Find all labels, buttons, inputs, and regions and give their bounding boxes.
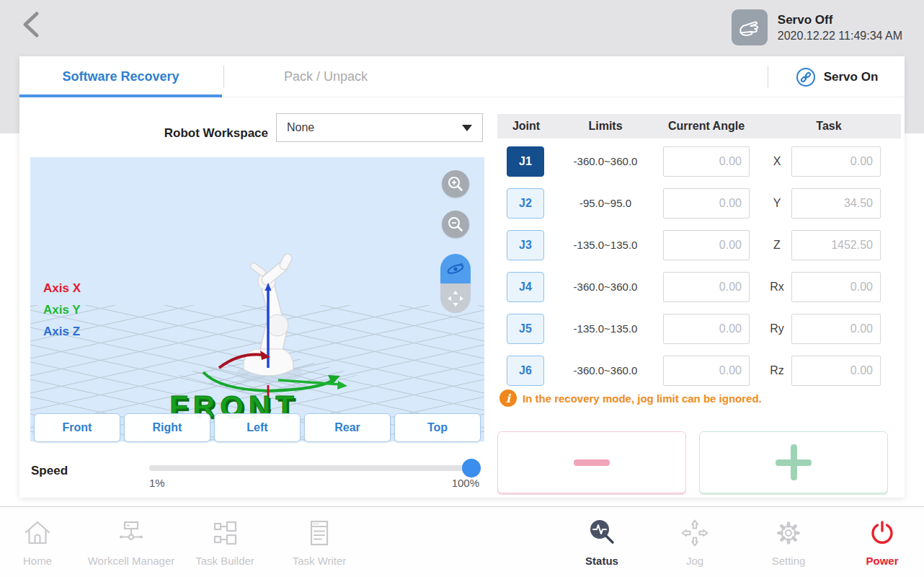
nav-label-workcell-manager: Workcell Manager <box>88 555 175 567</box>
task-writer-icon <box>303 517 335 549</box>
nav-label-task-builder: Task Builder <box>195 555 254 567</box>
robot-workspace-label: Robot Workspace <box>106 119 268 148</box>
axis-y-legend: Axis Y <box>43 303 81 317</box>
recovery-notice: i In the recovery mode, jog limit can be… <box>499 389 762 407</box>
speed-slider-track[interactable] <box>149 465 479 471</box>
j6-current-angle-input[interactable] <box>663 356 750 386</box>
joint-j4-button[interactable]: J4 <box>507 272 544 302</box>
robot-workspace-dropdown[interactable]: None <box>276 113 483 142</box>
minus-icon <box>574 459 610 466</box>
nav-label-home: Home <box>23 555 52 567</box>
task-rx-input[interactable] <box>791 272 881 302</box>
gear-icon <box>773 517 804 549</box>
orbit-icon <box>445 259 466 279</box>
nav-label-task-writer: Task Writer <box>293 555 347 567</box>
speed-min-label: 1% <box>149 477 165 489</box>
bottom-nav-bar: Home Workcell Manager <box>0 506 924 577</box>
chevron-down-icon <box>462 125 472 131</box>
task-x-input[interactable] <box>791 146 881 177</box>
servo-on-icon <box>795 66 817 88</box>
pan-arrows-icon <box>445 288 466 309</box>
header-joint: Joint <box>497 120 555 133</box>
task-z-input[interactable] <box>791 230 881 260</box>
dropdown-selected-value: None <box>287 121 314 134</box>
servo-hand-button[interactable] <box>732 9 768 45</box>
workcell-manager-icon <box>115 517 147 549</box>
magnifier-minus-icon <box>447 216 464 233</box>
header-task: Task <box>757 120 901 133</box>
speed-max-label: 100% <box>447 477 479 489</box>
nav-label-power: Power <box>866 555 898 567</box>
table-row: J2 -95.0~95.0 Y <box>497 188 901 219</box>
joint-j3-button[interactable]: J3 <box>507 230 544 260</box>
joint-j5-button[interactable]: J5 <box>507 314 544 344</box>
j2-limits: -95.0~95.0 <box>555 188 656 219</box>
j5-limits: -135.0~135.0 <box>555 314 656 344</box>
speed-label: Speed <box>31 464 68 478</box>
home-icon <box>22 517 53 549</box>
task-rz-input[interactable] <box>791 356 881 386</box>
task-axis-rz-label: Rz <box>758 356 796 386</box>
j3-current-angle-input[interactable] <box>663 230 750 260</box>
servo-status-block: Servo Off 2020.12.22 11:49:34 AM <box>732 9 902 45</box>
servo-status-text: Servo Off <box>778 13 902 27</box>
nav-label-status: Status <box>585 555 618 567</box>
j4-current-angle-input[interactable] <box>663 272 750 302</box>
nav-item-power[interactable]: Power <box>825 514 924 573</box>
back-button[interactable] <box>17 9 49 40</box>
j1-current-angle-input[interactable] <box>663 146 750 177</box>
nav-label-setting: Setting <box>772 555 806 567</box>
zoom-in-button[interactable] <box>442 170 469 198</box>
hand-icon <box>737 14 763 40</box>
jog-minus-button[interactable] <box>497 431 686 493</box>
j2-current-angle-input[interactable] <box>663 188 750 219</box>
viewport-mode-toggle <box>440 254 471 313</box>
table-row: J3 -135.0~135.0 Z <box>497 230 901 260</box>
view-rear-button[interactable]: Rear <box>304 413 391 442</box>
jog-plus-button[interactable] <box>699 431 888 493</box>
nav-item-task-writer[interactable]: Task Writer <box>262 514 377 573</box>
zoom-out-button[interactable] <box>442 211 469 238</box>
view-right-button[interactable]: Right <box>124 413 210 442</box>
header-limits: Limits <box>555 120 656 133</box>
header-current-angle: Current Angle <box>656 120 757 133</box>
view-top-button[interactable]: Top <box>394 413 481 442</box>
status-icon <box>586 517 618 549</box>
nav-label-jog: Jog <box>686 555 703 567</box>
view-buttons-row: Front Right Left Rear Top <box>32 413 482 442</box>
info-icon: i <box>499 389 517 407</box>
view-front-button[interactable]: Front <box>34 413 120 442</box>
task-ry-input[interactable] <box>791 314 881 344</box>
orbit-mode-button[interactable] <box>440 254 471 283</box>
plus-icon <box>776 444 812 480</box>
view-left-button[interactable]: Left <box>214 413 301 442</box>
joint-table-header: Joint Limits Current Angle Task <box>497 114 901 138</box>
tab-bar: Software Recovery Pack / Unpack Servo On <box>19 56 905 97</box>
joint-j1-button[interactable]: J1 <box>507 146 544 177</box>
j3-limits: -135.0~135.0 <box>555 230 656 260</box>
servo-on-button[interactable]: Servo On <box>768 56 905 97</box>
pan-mode-button[interactable] <box>440 283 471 313</box>
joint-j6-button[interactable]: J6 <box>507 356 544 386</box>
task-axis-z-label: Z <box>758 230 796 260</box>
tab-software-recovery[interactable]: Software Recovery <box>19 56 222 97</box>
tab-separator <box>223 66 224 88</box>
j4-limits: -360.0~360.0 <box>555 272 656 302</box>
task-axis-x-label: X <box>758 146 796 177</box>
notice-text: In the recovery mode, jog limit can be i… <box>523 392 762 405</box>
joint-j2-button[interactable]: J2 <box>507 188 544 219</box>
axis-z-legend: Axis Z <box>43 325 80 339</box>
table-row: J5 -135.0~135.0 Ry <box>497 314 901 344</box>
tab-pack-unpack[interactable]: Pack / Unpack <box>236 56 416 97</box>
j5-current-angle-input[interactable] <box>663 314 750 344</box>
robot-3d-viewport[interactable]: FRONT FRONT Axis X Axis Y Axis Z <box>30 157 484 441</box>
power-icon <box>866 517 898 549</box>
j1-limits: -360.0~360.0 <box>555 146 656 177</box>
table-row: J1 -360.0~360.0 X <box>497 146 901 177</box>
active-tab-underline <box>19 94 222 97</box>
j6-limits: -360.0~360.0 <box>555 356 656 386</box>
task-y-input[interactable] <box>791 188 881 219</box>
speed-slider-thumb[interactable] <box>462 459 481 477</box>
task-axis-rx-label: Rx <box>758 272 796 302</box>
task-builder-icon <box>209 517 241 549</box>
